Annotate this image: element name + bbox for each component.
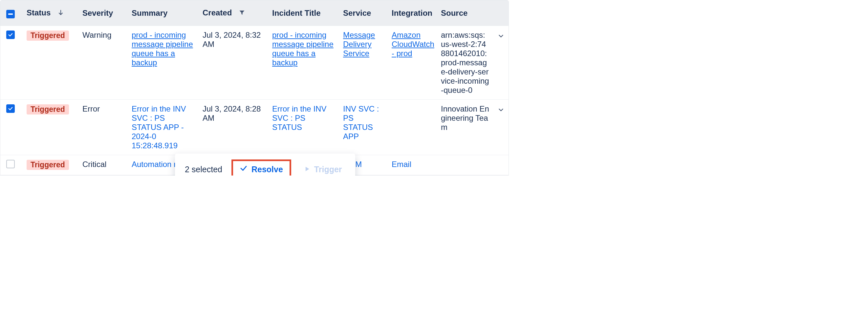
- table-row: TriggeredErrorError in the INV SVC : PS …: [0, 100, 508, 155]
- table-header-row: Status Severity Summary Created Incident…: [0, 0, 508, 26]
- created-cell: Jul 3, 2024, 8:28 AM: [199, 104, 269, 123]
- created-cell: Jul 3, 2024, 8:32 AM: [199, 31, 269, 49]
- summary-link[interactable]: prod - incoming message pipeline queue h…: [132, 31, 193, 67]
- col-source-label: Source: [441, 8, 467, 18]
- trigger-button-label: Trigger: [314, 165, 342, 174]
- resolve-button[interactable]: Resolve: [231, 159, 291, 176]
- check-icon: [240, 164, 248, 174]
- integration-link[interactable]: Email: [392, 160, 411, 169]
- col-incident-title-label: Incident Title: [272, 8, 321, 18]
- service-link[interactable]: INV SVC : PS STATUS APP: [343, 104, 379, 141]
- row-checkbox[interactable]: [6, 160, 15, 168]
- selected-count: 2 selected: [185, 165, 222, 174]
- col-status[interactable]: Status: [23, 8, 79, 18]
- severity-cell: Critical: [79, 160, 128, 169]
- filter-icon[interactable]: [239, 8, 245, 18]
- row-checkbox[interactable]: [6, 31, 15, 39]
- col-service[interactable]: Service: [340, 8, 389, 18]
- col-summary-label: Summary: [132, 8, 167, 18]
- status-badge: Triggered: [27, 31, 69, 41]
- table-row: TriggeredWarningprod - incoming message …: [0, 26, 508, 100]
- col-summary[interactable]: Summary: [128, 8, 199, 18]
- col-created[interactable]: Created: [199, 8, 269, 18]
- severity-cell: Warning: [79, 31, 128, 40]
- col-integration-label: Integration: [392, 8, 432, 18]
- status-badge: Triggered: [27, 104, 69, 115]
- severity-cell: Error: [79, 104, 128, 114]
- service-link[interactable]: Message Delivery Service: [343, 31, 375, 58]
- chevron-down-icon[interactable]: [497, 106, 504, 115]
- status-badge: Triggered: [27, 160, 69, 170]
- col-created-label: Created: [203, 8, 232, 17]
- source-cell: arn:aws:sqs:us-west-2:748801462010:prod-…: [438, 31, 493, 95]
- incident-title-link[interactable]: Error in the INV SVC : PS STATUS: [272, 104, 326, 131]
- row-checkbox[interactable]: [6, 104, 15, 113]
- bulk-action-bar: 2 selected Resolve Trigger: [175, 154, 355, 176]
- trigger-button[interactable]: Trigger: [300, 161, 345, 176]
- col-status-label: Status: [27, 8, 51, 17]
- col-service-label: Service: [343, 8, 371, 18]
- col-severity[interactable]: Severity: [79, 8, 128, 18]
- alerts-table: Status Severity Summary Created Incident…: [0, 0, 509, 176]
- col-source[interactable]: Source: [438, 8, 493, 18]
- chevron-down-icon[interactable]: [497, 32, 504, 41]
- resolve-button-label: Resolve: [251, 165, 283, 174]
- select-all-checkbox[interactable]: [6, 10, 15, 19]
- col-incident-title[interactable]: Incident Title: [269, 8, 340, 18]
- col-severity-label: Severity: [83, 8, 113, 18]
- sort-desc-icon: [57, 8, 64, 18]
- source-cell: Innovation Engineering Team: [438, 104, 493, 132]
- play-icon: [304, 165, 310, 174]
- summary-link[interactable]: Error in the INV SVC : PS STATUS APP - 2…: [132, 104, 186, 150]
- incident-title-link[interactable]: prod - incoming message pipeline queue h…: [272, 31, 334, 67]
- col-integration[interactable]: Integration: [389, 8, 438, 18]
- integration-link[interactable]: Amazon CloudWatch - prod: [392, 31, 434, 58]
